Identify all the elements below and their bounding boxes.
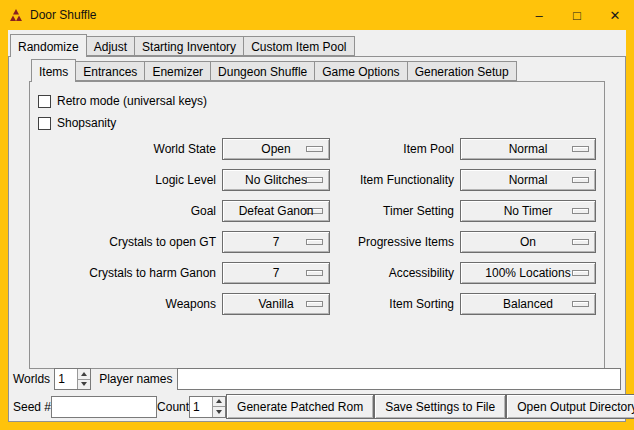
options-form: World State Open Item Pool Normal Logic … (38, 138, 604, 315)
dropdown-indicator-icon (306, 177, 323, 183)
dropdown-indicator-icon (572, 239, 589, 245)
retro-mode-checkbox-row[interactable]: Retro mode (universal keys) (38, 90, 604, 112)
tab-generation-setup[interactable]: Generation Setup (407, 61, 517, 81)
retro-mode-label: Retro mode (universal keys) (57, 94, 207, 108)
count-spin-up-button[interactable] (213, 397, 225, 407)
dropdown-indicator-icon (572, 208, 589, 214)
dropdown-indicator-icon (306, 270, 323, 276)
item-sorting-value: Balanced (503, 297, 553, 311)
dropdown-indicator-icon (572, 270, 589, 276)
dropdown-indicator-icon (572, 146, 589, 152)
open-output-directory-button[interactable]: Open Output Directory (506, 394, 634, 419)
item-sorting-label: Item Sorting (336, 297, 454, 311)
tab-enemizer[interactable]: Enemizer (144, 61, 211, 81)
item-functionality-dropdown[interactable]: Normal (460, 169, 596, 191)
retro-mode-checkbox[interactable] (38, 95, 51, 108)
weapons-label: Weapons (38, 297, 216, 311)
goal-dropdown[interactable]: Defeat Ganon (222, 200, 330, 222)
tab-items[interactable]: Items (31, 59, 76, 82)
worlds-spin-down-button[interactable] (78, 379, 90, 390)
timer-setting-dropdown[interactable]: No Timer (460, 200, 596, 222)
worlds-spinbox[interactable] (54, 368, 91, 390)
client-area: Randomize Adjust Starting Inventory Cust… (8, 30, 626, 422)
crystals-ganon-value: 7 (273, 266, 280, 280)
titlebar: Door Shuffle – □ ✕ (0, 0, 634, 30)
logic-level-value: No Glitches (245, 173, 307, 187)
count-spinbox[interactable] (189, 396, 226, 418)
player-names-input[interactable] (177, 368, 622, 390)
dropdown-indicator-icon (306, 301, 323, 307)
sub-tab-bar: Items Entrances Enemizer Dungeon Shuffle… (31, 60, 605, 81)
count-input[interactable] (190, 397, 212, 417)
world-state-dropdown[interactable]: Open (222, 138, 330, 160)
items-pane: Retro mode (universal keys) Shopsanity W… (29, 81, 605, 369)
generate-patched-rom-button[interactable]: Generate Patched Rom (226, 394, 374, 419)
seed-label: Seed # (13, 400, 51, 414)
count-spin-down-button[interactable] (213, 406, 225, 417)
goal-value: Defeat Ganon (239, 204, 314, 218)
dropdown-indicator-icon (306, 146, 323, 152)
down-arrow-icon (216, 410, 222, 414)
up-arrow-icon (81, 372, 87, 376)
tab-entrances[interactable]: Entrances (75, 61, 145, 81)
accessibility-dropdown[interactable]: 100% Locations (460, 262, 596, 284)
player-names-label: Player names (99, 372, 172, 386)
dropdown-indicator-icon (572, 177, 589, 183)
tab-dungeon-shuffle[interactable]: Dungeon Shuffle (210, 61, 315, 81)
worlds-spin-up-button[interactable] (78, 369, 90, 379)
item-sorting-dropdown[interactable]: Balanced (460, 293, 596, 315)
tab-game-options[interactable]: Game Options (314, 61, 407, 81)
shopsanity-checkbox-row[interactable]: Shopsanity (38, 112, 604, 134)
item-pool-label: Item Pool (336, 142, 454, 156)
shopsanity-checkbox[interactable] (38, 117, 51, 130)
world-state-value: Open (261, 142, 290, 156)
down-arrow-icon (81, 382, 87, 386)
window-title: Door Shuffle (30, 8, 97, 22)
close-button[interactable]: ✕ (596, 0, 634, 30)
tab-adjust[interactable]: Adjust (86, 36, 135, 56)
logic-level-dropdown[interactable]: No Glitches (222, 169, 330, 191)
weapons-value: Vanilla (258, 297, 293, 311)
item-functionality-value: Normal (509, 173, 548, 187)
crystals-ganon-label: Crystals to harm Ganon (38, 266, 216, 280)
tab-starting-inventory[interactable]: Starting Inventory (134, 36, 244, 56)
crystals-ganon-dropdown[interactable]: 7 (222, 262, 330, 284)
randomize-pane: Items Entrances Enemizer Dungeon Shuffle… (8, 56, 626, 422)
save-settings-button[interactable]: Save Settings to File (374, 394, 506, 419)
item-pool-dropdown[interactable]: Normal (460, 138, 596, 160)
world-state-label: World State (38, 142, 216, 156)
worlds-input[interactable] (55, 369, 77, 389)
accessibility-label: Accessibility (336, 266, 454, 280)
shopsanity-label: Shopsanity (57, 116, 116, 130)
count-label: Count (157, 400, 189, 414)
app-icon (8, 7, 24, 23)
main-tab-bar: Randomize Adjust Starting Inventory Cust… (10, 34, 626, 56)
bottom-controls: Worlds Player names Seed # (13, 368, 621, 419)
progressive-items-label: Progressive Items (336, 235, 454, 249)
progressive-items-dropdown[interactable]: On (460, 231, 596, 253)
window-controls: – □ ✕ (520, 0, 634, 30)
crystals-gt-label: Crystals to open GT (38, 235, 216, 249)
app-window: Door Shuffle – □ ✕ Randomize Adjust Star… (0, 0, 634, 430)
item-pool-value: Normal (509, 142, 548, 156)
logic-level-label: Logic Level (38, 173, 216, 187)
sub-notebook: Items Entrances Enemizer Dungeon Shuffle… (29, 60, 605, 369)
maximize-button[interactable]: □ (558, 0, 596, 30)
dropdown-indicator-icon (572, 301, 589, 307)
seed-input[interactable] (51, 396, 157, 418)
progressive-items-value: On (520, 235, 536, 249)
goal-label: Goal (38, 204, 216, 218)
worlds-label: Worlds (13, 372, 50, 386)
accessibility-value: 100% Locations (485, 266, 570, 280)
weapons-dropdown[interactable]: Vanilla (222, 293, 330, 315)
timer-setting-label: Timer Setting (336, 204, 454, 218)
tab-randomize[interactable]: Randomize (10, 34, 87, 57)
tab-custom-item-pool[interactable]: Custom Item Pool (243, 36, 354, 56)
timer-setting-value: No Timer (504, 204, 553, 218)
dropdown-indicator-icon (306, 239, 323, 245)
crystals-gt-value: 7 (273, 235, 280, 249)
crystals-gt-dropdown[interactable]: 7 (222, 231, 330, 253)
up-arrow-icon (216, 399, 222, 403)
minimize-button[interactable]: – (520, 0, 558, 30)
item-functionality-label: Item Functionality (336, 173, 454, 187)
